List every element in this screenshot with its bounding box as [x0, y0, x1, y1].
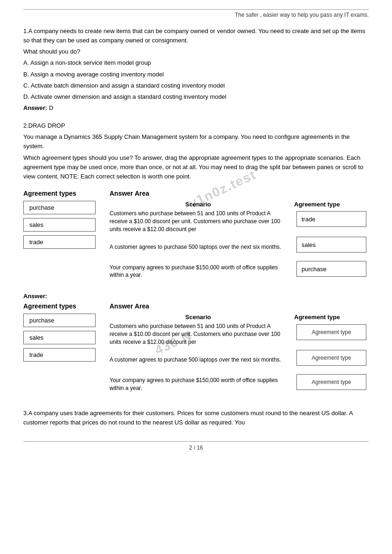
- drag-drop-answer-area: Agreement types purchase sales trade Ans…: [23, 302, 369, 398]
- scenario-header-row: Scenario Agreement type: [110, 201, 369, 208]
- answer-scenario-row-3: Your company agrees to purchase $150,000…: [110, 374, 369, 395]
- answer-box-1[interactable]: trade: [296, 211, 369, 232]
- q2-type: 2.DRAG DROP: [23, 121, 369, 130]
- q1-option-b: B. Assign a moving average costing inven…: [23, 70, 369, 79]
- scenario-header: Scenario: [110, 201, 287, 208]
- answer-agreement-types-column: Agreement types purchase sales trade: [23, 302, 105, 398]
- q1-text-1: 1.A company needs to create new items th…: [23, 27, 369, 45]
- q1-prompt: What should you do?: [23, 47, 369, 56]
- scenario-text-2: A customer agrees to purchase 500 laptop…: [110, 243, 289, 251]
- answer-empty-box-3[interactable]: Agreement type: [296, 374, 369, 395]
- answer-scenario-header-row: Scenario Agreement type: [110, 314, 369, 321]
- q3-text: 3.A company uses trade agreements for th…: [23, 409, 369, 427]
- answer-scenario-text-2: A customer agrees to purchase 500 laptop…: [110, 356, 289, 364]
- answer-scenario-row-2: A customer agrees to purchase 500 laptop…: [110, 350, 369, 370]
- answer-scenario-text-1: Customers who purchase between 51 and 10…: [110, 322, 289, 346]
- answer-empty-box-1[interactable]: Agreement type: [296, 324, 369, 345]
- answer-filled-3: purchase: [296, 261, 366, 277]
- answer-section-label: Answer:: [23, 293, 369, 300]
- answer-area-empty-label: Answer Area: [110, 302, 369, 310]
- answer-section: Answer:: [23, 293, 369, 300]
- scenario-text-3: Your company agrees to purchase $150,000…: [110, 264, 289, 280]
- q1-option-c: C. Activate batch dimension and assign a…: [23, 81, 369, 90]
- answer-box-3[interactable]: purchase: [296, 261, 369, 281]
- answer-empty-box-2[interactable]: Agreement type: [296, 350, 369, 370]
- scenario-row-2: A customer agrees to purchase 500 laptop…: [110, 237, 369, 257]
- answer-empty-1: Agreement type: [296, 324, 366, 340]
- q2-intro: You manage a Dynamics 365 Supply Chain M…: [23, 132, 369, 151]
- q1-answer: Answer: D: [23, 103, 369, 113]
- answer-empty-3: Agreement type: [296, 374, 366, 390]
- page: v1n0z.test 430 N The safer , easier way …: [0, 0, 392, 554]
- type-box-sales[interactable]: sales: [23, 218, 96, 232]
- answer-filled-1: trade: [296, 211, 366, 227]
- answer-filled-2: sales: [296, 237, 366, 253]
- footer: 2 / 16: [23, 441, 369, 451]
- answer-area-label: Answer Area: [110, 190, 369, 197]
- page-number: 2 / 16: [189, 445, 203, 451]
- answer-agreement-types-label: Agreement types: [23, 302, 105, 310]
- answer-type-box-purchase[interactable]: purchase: [23, 314, 96, 327]
- agreement-types-column: Agreement types purchase sales trade: [23, 190, 105, 285]
- drag-drop-question-area: Agreement types purchase sales trade Ans…: [23, 190, 369, 285]
- type-box-purchase[interactable]: purchase: [23, 201, 96, 214]
- answer-box-2[interactable]: sales: [296, 237, 369, 257]
- type-box-trade[interactable]: trade: [23, 235, 96, 249]
- scenario-row-1: Customers who purchase between 51 and 10…: [110, 210, 369, 233]
- answer-scenario-header: Scenario: [110, 314, 287, 321]
- question-1: 1.A company needs to create new items th…: [23, 27, 369, 113]
- answer-agreement-type-header: Agreement type: [294, 314, 369, 321]
- answer-area-column: Answer Area Scenario Agreement type Cust…: [105, 190, 369, 285]
- answer-type-box-sales[interactable]: sales: [23, 331, 96, 344]
- question-2: 2.DRAG DROP You manage a Dynamics 365 Su…: [23, 121, 369, 181]
- answer-scenario-text-3: Your company agrees to purchase $150,000…: [110, 376, 289, 392]
- q1-option-d: D. Activate owner dimension and assign a…: [23, 92, 369, 102]
- header-tagline: The safer , easier way to help you pass …: [23, 9, 369, 18]
- agreement-type-header: Agreement type: [294, 201, 369, 208]
- question-3: 3.A company uses trade agreements for th…: [23, 409, 369, 427]
- q2-question: Which agreement types should you use? To…: [23, 153, 369, 181]
- tagline-text: The safer , easier way to help you pass …: [235, 12, 369, 18]
- q1-option-a: A. Assign a non-stock service item model…: [23, 58, 369, 68]
- answer-empty-2: Agreement type: [296, 350, 366, 366]
- answer-type-box-trade[interactable]: trade: [23, 348, 96, 362]
- answer-area-empty-column: Answer Area Scenario Agreement type Cust…: [105, 302, 369, 398]
- agreement-types-label: Agreement types: [23, 190, 105, 197]
- scenario-text-1: Customers who purchase between 51 and 10…: [110, 210, 289, 233]
- answer-scenario-row-1: Customers who purchase between 51 and 10…: [110, 322, 369, 346]
- scenario-row-3: Your company agrees to purchase $150,000…: [110, 261, 369, 281]
